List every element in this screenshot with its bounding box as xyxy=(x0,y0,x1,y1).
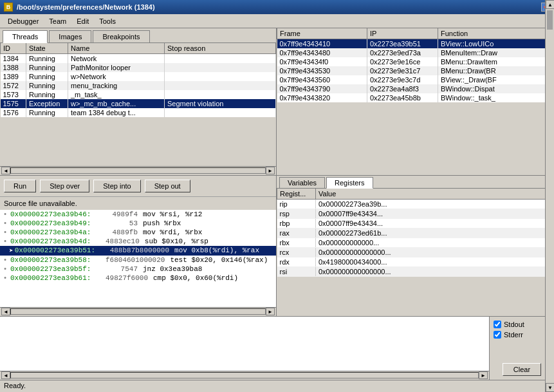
hscroll-track xyxy=(10,167,266,174)
line-instr: test $0x20, 0x146(%rax) xyxy=(170,256,268,264)
thread-id: 1573 xyxy=(1,90,26,99)
register-row[interactable]: rsp 0x00007ff9e43434... xyxy=(277,209,554,218)
src-hscroll-track xyxy=(10,308,266,315)
hscroll-left[interactable]: ◄ xyxy=(1,167,10,174)
tab-images[interactable]: Images xyxy=(49,30,91,42)
register-row[interactable]: rdx 0x41980000434000... xyxy=(277,257,554,266)
register-row[interactable]: rbp 0x00007ff9e43434... xyxy=(277,218,554,228)
register-row[interactable]: rcx 0x000000000000000... xyxy=(277,247,554,257)
code-line[interactable]: • 0x000002273ea39b58: f6804601000020 tes… xyxy=(0,256,276,265)
register-row[interactable]: rsi 0x000000000000000... xyxy=(277,266,554,276)
line-bullet: • xyxy=(1,219,9,227)
step-into-button[interactable]: Step into xyxy=(93,180,140,192)
thread-stopreason: Segment violation xyxy=(165,99,276,108)
frame-func: BMenu::DrawItem xyxy=(438,57,554,66)
line-addr: 0x000002273ea39b61: xyxy=(10,274,100,282)
menu-edit[interactable]: Edit xyxy=(71,16,94,26)
tab-variables[interactable]: Variables xyxy=(279,177,325,188)
debug-toolbar: Run Step over Step into Step out xyxy=(0,176,276,197)
menu-debugger[interactable]: Debugger xyxy=(3,16,44,26)
frame-row[interactable]: 0x7ff9e4343530 0x2273e9e31c7 BMenu::Draw… xyxy=(277,66,554,75)
thread-state: Exception xyxy=(26,99,68,108)
registers-vscroll[interactable]: ▲ ▼ xyxy=(545,189,554,316)
src-hscroll-right[interactable]: ► xyxy=(266,308,275,315)
line-instr: mov %rsi, %r12 xyxy=(143,210,202,218)
register-row[interactable]: rbx 0x000000000000... xyxy=(277,238,554,247)
hscroll-right[interactable]: ► xyxy=(266,167,275,174)
thread-row[interactable]: 1388 Running PathMonitor looper xyxy=(1,63,276,72)
line-addr: 0x000002273ea39b51: xyxy=(15,247,105,254)
code-line[interactable]: • 0x000002273ea39b4a: 4889fb mov %rdi, %… xyxy=(0,228,276,237)
tab-breakpoints[interactable]: Breakpoints xyxy=(93,30,149,42)
line-bullet: • xyxy=(1,256,9,264)
line-instr: sub $0x10, %rsp xyxy=(145,238,208,245)
thread-state: Running xyxy=(26,81,68,90)
code-line[interactable]: • 0x000002273ea39b49: 53 push %rbx xyxy=(0,219,276,228)
threads-table-scroll[interactable]: ID State Name Stop reason 1384 Running N… xyxy=(0,43,276,166)
stderr-checkbox[interactable] xyxy=(494,331,501,339)
reg-name: rip xyxy=(277,199,316,209)
src-hscroll-left[interactable]: ◄ xyxy=(1,308,10,315)
stderr-label: Stderr xyxy=(504,331,523,339)
run-button[interactable]: Run xyxy=(4,180,36,192)
output-content[interactable] xyxy=(0,317,489,371)
frame-ip: 0x2273ea4a8f3 xyxy=(367,84,438,93)
registers-table-scroll[interactable]: Regist... Value rip 0x000002273ea39b... … xyxy=(277,189,554,316)
code-line[interactable]: • 0x000002273ea39b4d: 4883ec10 sub $0x10… xyxy=(0,237,276,246)
out-hscroll-right[interactable]: ► xyxy=(479,371,488,379)
frame-ip: 0x2273ea45b8b xyxy=(367,93,438,102)
threads-hscroll[interactable]: ◄ ► xyxy=(0,166,276,175)
out-hscroll-left[interactable]: ◄ xyxy=(1,371,10,379)
frame-addr: 0x7ff9e4343790 xyxy=(277,84,367,93)
menu-tools[interactable]: Tools xyxy=(94,16,121,26)
frame-ip: 0x2273e9e31c7 xyxy=(367,66,438,75)
thread-row[interactable]: 1389 Running w>Network xyxy=(1,72,276,81)
code-line[interactable]: ➤ 0x000002273ea39b51: 488b87b8000000 mov… xyxy=(0,246,276,256)
frame-addr: 0x7ff9e43434f0 xyxy=(277,57,367,66)
frame-row[interactable]: 0x7ff9e4343820 0x2273ea45b8b BWindow::_t… xyxy=(277,93,554,102)
thread-state: Running xyxy=(26,63,68,72)
stderr-row: Stderr xyxy=(494,331,523,339)
reg-scroll-track xyxy=(546,189,554,316)
thread-row[interactable]: 1573 Running _m_task_ xyxy=(1,90,276,99)
code-line[interactable]: • 0x000002273ea39b46: 4989f4 mov %rsi, %… xyxy=(0,210,276,219)
frame-row[interactable]: 0x7ff9e4343790 0x2273ea4a8f3 BWindow::Di… xyxy=(277,84,554,93)
frame-table: Frame IP Function 0x7ff9e4343410 0x2273e… xyxy=(277,28,554,102)
frame-func: BMenuItem::Draw xyxy=(438,48,554,57)
reg-value: 0x000000000000000... xyxy=(316,247,554,257)
thread-id: 1575 xyxy=(1,99,26,108)
tab-threads[interactable]: Threads xyxy=(3,30,48,43)
source-hscroll[interactable]: ◄ ► xyxy=(0,307,276,316)
register-row[interactable]: rax 0x000002273ed61b... xyxy=(277,228,554,238)
top-section: Threads Images Breakpoints ID State Name… xyxy=(0,28,554,176)
thread-row[interactable]: 1575 Exception w>_mc_mb_cache... Segment… xyxy=(1,99,276,108)
line-bullet: • xyxy=(1,229,9,236)
step-out-button[interactable]: Step out xyxy=(145,180,190,192)
col-value: Value xyxy=(316,189,554,200)
line-instr: cmp $0x0, 0x60(%rdi) xyxy=(153,274,238,282)
tab-registers[interactable]: Registers xyxy=(326,177,373,189)
thread-stopreason xyxy=(165,81,276,90)
thread-row[interactable]: 1572 Running menu_tracking xyxy=(1,81,276,90)
clear-button[interactable]: Clear xyxy=(503,363,541,376)
source-code-view[interactable]: • 0x000002273ea39b46: 4989f4 mov %rsi, %… xyxy=(0,210,276,307)
frame-row[interactable]: 0x7ff9e4343480 0x2273e9ed73a BMenuItem::… xyxy=(277,48,554,57)
code-line[interactable]: • 0x000002273ea39b5f: 7547 jnz 0x3ea39ba… xyxy=(0,265,276,274)
thread-row[interactable]: 1576 Running team 1384 debug t... xyxy=(1,108,276,117)
menu-team[interactable]: Team xyxy=(44,16,71,26)
line-addr: 0x000002273ea39b46: xyxy=(10,210,100,218)
frame-row[interactable]: 0x7ff9e43434f0 0x2273e9e16ce BMenu::Draw… xyxy=(277,57,554,66)
frame-row[interactable]: 0x7ff9e4343410 0x2273ea39b51 BView::LowU… xyxy=(277,39,554,49)
frame-table-scroll[interactable]: Frame IP Function 0x7ff9e4343410 0x2273e… xyxy=(277,28,554,175)
output-hscroll[interactable]: ◄ ► xyxy=(0,371,489,380)
step-over-button[interactable]: Step over xyxy=(40,180,89,192)
frame-row[interactable]: 0x7ff9e4343560 0x2273e9e3c7d BView::_Dra… xyxy=(277,75,554,84)
out-hscroll-track xyxy=(10,372,479,378)
line-addr: 0x000002273ea39b4d: xyxy=(10,238,100,245)
register-row[interactable]: rip 0x000002273ea39b... xyxy=(277,199,554,209)
thread-row[interactable]: 1384 Running Network xyxy=(1,54,276,64)
stdout-checkbox[interactable] xyxy=(494,321,501,328)
line-bullet: • xyxy=(1,265,9,273)
reg-value: 0x000002273ea39b... xyxy=(316,199,554,209)
code-line[interactable]: • 0x000002273ea39b61: 49827f6000 cmp $0x… xyxy=(0,274,276,283)
